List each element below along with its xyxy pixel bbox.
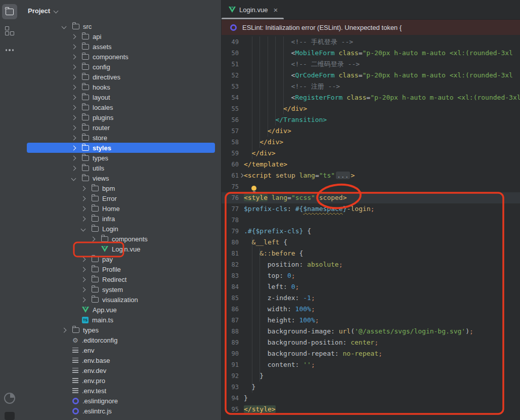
tree-item-hooks[interactable]: hooks <box>19 82 221 92</box>
fold-marker-icon[interactable] <box>239 174 243 178</box>
tree-item-utils[interactable]: utils <box>19 163 221 173</box>
chevron-right-icon[interactable] <box>71 155 76 160</box>
more-tools-button[interactable] <box>2 43 17 58</box>
tree-item-bpm[interactable]: bpm <box>19 183 221 193</box>
code-line-90[interactable]: 90background-repeat: no-repeat; <box>222 348 520 359</box>
tree-item-api[interactable]: api <box>19 31 221 41</box>
tree-item-login-vue[interactable]: Login.vue <box>19 244 221 254</box>
tree-item-pay[interactable]: pay <box>19 254 221 264</box>
code-line-94[interactable]: 94} <box>222 393 520 404</box>
partial-bottom-tool-icon[interactable] <box>5 412 15 420</box>
code-line-87[interactable]: 87height: 100%; <box>222 315 520 326</box>
code-line-88[interactable]: 88background-image: url('@/assets/svgs/l… <box>222 326 520 337</box>
profiler-tool-button[interactable] <box>2 391 17 406</box>
code-editor[interactable]: 49<!-- 手机登录 -->50<MobileForm class="p-20… <box>222 35 520 415</box>
chevron-right-icon[interactable] <box>81 186 86 191</box>
chevron-right-icon[interactable] <box>62 327 67 332</box>
code-line-77[interactable]: 77$prefix-cls: #{$namespace}-login; <box>222 203 520 215</box>
tree-item-home[interactable]: Home <box>19 203 221 214</box>
tree-item-profile[interactable]: Profile <box>19 264 221 274</box>
chevron-right-icon[interactable] <box>71 95 76 100</box>
tree-item--env-base[interactable]: .env.base <box>19 355 221 365</box>
tree-item-router[interactable]: router <box>19 122 221 133</box>
project-panel-header[interactable]: Project <box>19 0 221 21</box>
tree-item--env-test[interactable]: .env.test <box>19 386 221 396</box>
tree-item-plugins[interactable]: plugins <box>19 112 221 122</box>
tree-item--eslintignore[interactable]: .eslintignore <box>19 396 221 406</box>
code-line-93[interactable]: 93} <box>222 382 520 393</box>
tree-item-login[interactable]: Login <box>19 224 221 234</box>
chevron-right-icon[interactable] <box>81 196 86 201</box>
chevron-right-icon[interactable] <box>71 54 76 59</box>
code-line-51[interactable]: 51<!-- 二维码登录 --> <box>222 59 520 70</box>
tree-item-types[interactable]: types <box>19 153 221 163</box>
code-line-50[interactable]: 50<MobileForm class="p-20px h-auto m-aut… <box>222 48 520 59</box>
tree-item-locales[interactable]: locales <box>19 102 221 112</box>
tree-item-src[interactable]: src <box>19 21 221 31</box>
tree-item-visualization[interactable]: visualization <box>19 295 221 305</box>
intention-bulb-icon[interactable] <box>251 186 256 191</box>
chevron-right-icon[interactable] <box>91 236 96 241</box>
chevron-right-icon[interactable] <box>71 34 76 39</box>
code-line-82[interactable]: 82position: absolute; <box>222 259 520 270</box>
tree-item--env-dev[interactable]: .env.dev <box>19 365 221 375</box>
code-line-81[interactable]: 81&::before { <box>222 248 520 259</box>
chevron-right-icon[interactable] <box>71 135 76 140</box>
code-line-56[interactable]: 56</Transition> <box>222 114 520 125</box>
tree-item-store[interactable]: store <box>19 133 221 143</box>
code-line-75[interactable]: 75 <box>222 181 520 192</box>
code-line-57[interactable]: 57</div> <box>222 125 520 137</box>
code-line-54[interactable]: 54<RegisterForm class="p-20px h-auto m-a… <box>222 92 520 103</box>
tree-item-system[interactable]: system <box>19 284 221 295</box>
code-line-58[interactable]: 58</div> <box>222 137 520 148</box>
code-line-76[interactable]: 76<style lang="scss" scoped> <box>222 192 520 203</box>
tree-item-partial[interactable] <box>19 416 221 420</box>
code-line-55[interactable]: 55</div> <box>222 103 520 114</box>
code-line-59[interactable]: 59</div> <box>222 148 520 159</box>
chevron-right-icon[interactable] <box>71 44 76 49</box>
code-line-61[interactable]: 61<script setup lang="ts"...> <box>222 170 520 181</box>
tree-item--eslintrc-js[interactable]: .eslintrc.js <box>19 406 221 416</box>
tree-item-types[interactable]: types <box>19 325 221 335</box>
tree-item-assets[interactable]: assets <box>19 41 221 52</box>
code-line-92[interactable]: 92} <box>222 370 520 382</box>
chevron-right-icon[interactable] <box>71 64 76 69</box>
chevron-right-icon[interactable] <box>71 74 76 79</box>
chevron-down-icon[interactable] <box>81 226 86 231</box>
chevron-right-icon[interactable] <box>71 115 76 120</box>
code-line-53[interactable]: 53<!-- 注册 --> <box>222 81 520 92</box>
tree-item-config[interactable]: config <box>19 62 221 72</box>
code-line-85[interactable]: 85z-index: -1; <box>222 292 520 304</box>
tree-item-components[interactable]: components <box>19 234 221 244</box>
structure-tool-button[interactable] <box>2 23 17 38</box>
code-line-89[interactable]: 89background-position: center; <box>222 337 520 348</box>
chevron-right-icon[interactable] <box>71 145 76 150</box>
tree-item-redirect[interactable]: Redirect <box>19 274 221 284</box>
code-line-80[interactable]: 80&__left { <box>222 237 520 248</box>
chevron-right-icon[interactable] <box>71 105 76 110</box>
code-line-91[interactable]: 91content: ''; <box>222 359 520 370</box>
tree-item-components[interactable]: components <box>19 52 221 62</box>
chevron-right-icon[interactable] <box>81 267 86 272</box>
tree-item-infra[interactable]: infra <box>19 214 221 224</box>
code-line-49[interactable]: 49<!-- 手机登录 --> <box>222 36 520 48</box>
chevron-right-icon[interactable] <box>81 277 86 282</box>
tab-close-icon[interactable] <box>273 6 278 14</box>
chevron-right-icon[interactable] <box>81 206 86 211</box>
tree-item-styles[interactable]: styles <box>27 143 215 153</box>
editor-area[interactable]: Login.vue ESLint: Initialization error (… <box>222 0 520 420</box>
code-line-84[interactable]: 84left: 0; <box>222 281 520 292</box>
code-line-78[interactable]: 78 <box>222 215 520 226</box>
tree-item--env-pro[interactable]: .env.pro <box>19 375 221 386</box>
tree-item-main-ts[interactable]: main.ts <box>19 315 221 325</box>
chevron-down-icon[interactable] <box>71 176 76 181</box>
tree-item-views[interactable]: views <box>19 173 221 183</box>
tree-item-directives[interactable]: directives <box>19 72 221 82</box>
code-line-95[interactable]: 95</style> <box>222 404 520 415</box>
tree-item-layout[interactable]: layout <box>19 92 221 102</box>
code-line-79[interactable]: 79.#{$prefix-cls} { <box>222 226 520 237</box>
tree-item--editorconfig[interactable]: .editorconfig <box>19 335 221 345</box>
tree-item-app-vue[interactable]: App.vue <box>19 305 221 315</box>
chevron-right-icon[interactable] <box>71 125 76 130</box>
code-line-52[interactable]: 52<QrCodeForm class="p-20px h-auto m-aut… <box>222 70 520 81</box>
